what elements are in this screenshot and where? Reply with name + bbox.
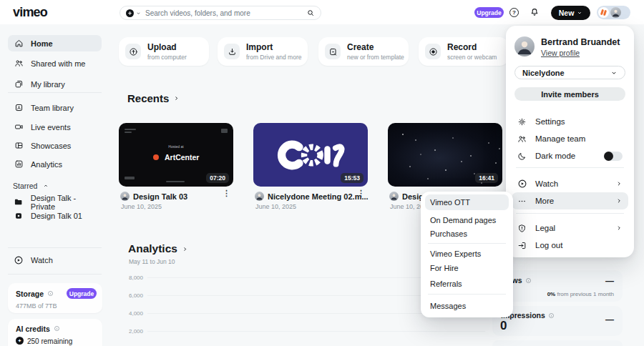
- menu-item-manage-team[interactable]: Manage team: [512, 130, 628, 147]
- submenu-item-for-hire[interactable]: For Hire: [425, 260, 509, 276]
- sidebar-item-shared-with-me[interactable]: Shared with me: [8, 55, 102, 71]
- y-axis-tick: 4,000: [119, 310, 143, 317]
- people-icon: [14, 59, 24, 69]
- video-title[interactable]: Nicelydone Meeting 02.m...: [268, 192, 369, 201]
- sidebar-item-live-events[interactable]: Live events: [8, 119, 102, 135]
- globe-icon[interactable]: [126, 9, 134, 17]
- showcases-icon: [14, 141, 24, 151]
- recents-header[interactable]: Recents: [127, 92, 180, 104]
- y-axis-tick: 6,000: [119, 292, 143, 299]
- video-owner-avatar: [389, 192, 399, 201]
- view-profile-link[interactable]: View profile: [541, 49, 580, 57]
- submenu-item-vimeo-ott[interactable]: Vimeo OTT: [425, 194, 509, 210]
- menu-item-label: Dark mode: [535, 152, 575, 160]
- account-switcher[interactable]: [597, 6, 630, 19]
- analytics-title: Analytics: [128, 242, 177, 255]
- user-avatar: [610, 7, 621, 18]
- ai-credits-remaining: 250 remaining: [27, 337, 72, 345]
- search-icon[interactable]: [306, 9, 315, 17]
- video-more-icon[interactable]: ⋮: [357, 192, 365, 194]
- quick-action-subtitle: screen or webcam: [447, 54, 497, 61]
- video-owner-avatar: [120, 192, 130, 201]
- sidebar-item-watch[interactable]: Watch: [8, 252, 102, 268]
- info-icon[interactable]: [54, 325, 60, 332]
- menu-item-label: Log out: [535, 241, 562, 249]
- import-card[interactable]: Import from Drive and more: [218, 37, 308, 66]
- menu-item-legal[interactable]: Legal: [512, 219, 628, 237]
- watch-icon: [14, 255, 24, 265]
- new-button[interactable]: New: [551, 6, 590, 20]
- storage-label: Storage: [16, 290, 44, 298]
- vimeo-logo[interactable]: vimeo: [13, 5, 47, 20]
- video-owner-avatar: [255, 192, 264, 201]
- menu-item-dark-mode[interactable]: Dark mode: [512, 147, 628, 164]
- invite-members-button[interactable]: Invite members: [514, 87, 625, 101]
- upload-card[interactable]: Upload from computer: [119, 37, 209, 66]
- help-icon[interactable]: ?: [509, 8, 519, 17]
- submenu-item-purchases[interactable]: Purchases: [425, 226, 509, 242]
- sidebar-item-my-library[interactable]: My library: [8, 76, 102, 92]
- recents-title: Recents: [127, 92, 169, 104]
- team-select[interactable]: Nicelydone: [514, 66, 625, 79]
- vimeo-app: vimeo Upgrade ? New: [0, 0, 644, 346]
- video-thumbnail[interactable]: 16:41: [388, 123, 502, 187]
- submenu-item-referrals[interactable]: Referrals: [425, 276, 509, 292]
- quick-action-title: Import: [246, 42, 273, 52]
- search-bar[interactable]: [119, 6, 321, 20]
- video-card: Hosted at ArtCenter 07:20 Design Talk 03…: [119, 123, 233, 187]
- notifications-bell-icon[interactable]: [530, 7, 540, 17]
- info-icon[interactable]: [548, 312, 555, 319]
- sidebar-item-home[interactable]: Home: [8, 35, 102, 51]
- thumbnail-overlay-top: Hosted at: [119, 144, 233, 149]
- video-more-icon[interactable]: ⋮: [223, 192, 230, 194]
- video-icon: [14, 211, 24, 221]
- submenu-item-messages[interactable]: Messages: [425, 298, 509, 314]
- profile-avatar[interactable]: [514, 36, 535, 56]
- chevron-right-icon: [615, 197, 623, 204]
- upgrade-button[interactable]: Upgrade: [474, 7, 504, 18]
- coif-logo-art: [275, 138, 346, 172]
- sidebar-item-label: Watch: [31, 256, 53, 265]
- menu-item-watch[interactable]: Watch: [512, 175, 628, 192]
- sidebar-item-label: Showcases: [31, 142, 71, 150]
- starred-section-header[interactable]: Starred: [13, 182, 49, 190]
- sidebar-item-label: Team library: [31, 104, 74, 112]
- video-card: 15:53 Nicelydone Meeting 02.m... June 10…: [253, 123, 368, 187]
- gridline: [147, 331, 485, 332]
- info-icon[interactable]: [47, 290, 54, 297]
- logout-icon: [517, 241, 527, 250]
- menu-item-log-out[interactable]: Log out: [512, 237, 628, 254]
- menu-item-more[interactable]: More: [512, 192, 628, 209]
- storage-upgrade-button[interactable]: Upgrade: [67, 288, 97, 299]
- team-library-icon: [14, 103, 24, 113]
- menu-item-label: More: [535, 197, 554, 205]
- sidebar-item-analytics[interactable]: Analytics: [8, 156, 102, 172]
- video-title[interactable]: Design Talk 03: [133, 192, 187, 201]
- moon-icon: [517, 152, 527, 161]
- chevron-down-icon: [577, 10, 582, 16]
- record-card[interactable]: Record screen or webcam: [419, 37, 509, 66]
- menu-item-settings[interactable]: Settings: [512, 113, 628, 130]
- artcenter-dot-logo: [153, 154, 159, 160]
- search-input[interactable]: [145, 9, 306, 17]
- menu-divider: [516, 213, 624, 214]
- create-card[interactable]: Create new or from template: [318, 37, 409, 66]
- submenu-item-vimeo-experts[interactable]: Vimeo Experts: [425, 246, 509, 262]
- analytics-header[interactable]: Analytics: [128, 242, 188, 255]
- info-icon[interactable]: [525, 277, 532, 284]
- search-scope-chevron-icon[interactable]: [136, 11, 141, 16]
- chevron-down-icon: [610, 69, 618, 76]
- quick-action-subtitle: from Drive and more: [246, 54, 301, 61]
- video-thumbnail[interactable]: 15:53: [253, 123, 368, 187]
- chart-icon: [14, 159, 24, 169]
- sidebar-item-team-library[interactable]: Team library: [8, 99, 102, 116]
- impressions-count: 0: [500, 319, 507, 333]
- sidebar-item-showcases[interactable]: Showcases: [8, 137, 102, 154]
- y-axis-tick: 2,000: [119, 328, 143, 335]
- video-thumbnail[interactable]: Hosted at ArtCenter 07:20: [119, 123, 233, 187]
- chevron-right-icon: [173, 95, 180, 102]
- new-button-label: New: [559, 9, 575, 17]
- dark-mode-toggle[interactable]: [604, 152, 623, 161]
- submenu-item-label: For Hire: [430, 264, 459, 272]
- sidebar-item-design-talk-01[interactable]: Design Talk 01: [8, 207, 102, 224]
